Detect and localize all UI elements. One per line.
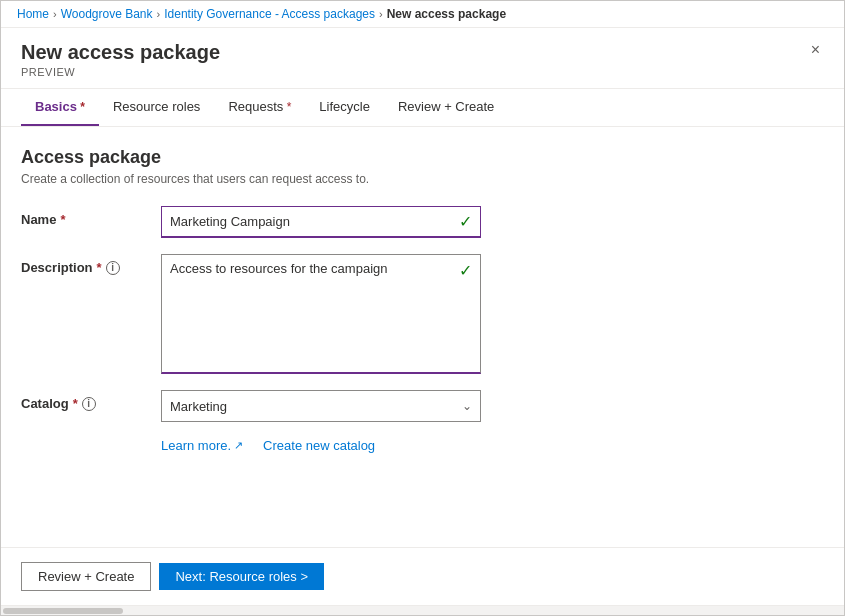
- catalog-chevron-icon: ⌄: [462, 399, 472, 413]
- tab-lifecycle[interactable]: Lifecycle: [305, 89, 384, 126]
- breadcrumb-home[interactable]: Home: [17, 7, 49, 21]
- tab-basics-asterisk: *: [77, 100, 85, 114]
- section-description: Create a collection of resources that us…: [21, 172, 824, 186]
- name-check-icon: ✓: [459, 212, 472, 231]
- catalog-select[interactable]: Marketing General IT HR: [170, 399, 462, 414]
- breadcrumb: Home › Woodgrove Bank › Identity Governa…: [1, 1, 844, 28]
- breadcrumb-woodgrove[interactable]: Woodgrove Bank: [61, 7, 153, 21]
- breadcrumb-sep-3: ›: [379, 8, 383, 20]
- panel-subtitle: PREVIEW: [21, 66, 220, 78]
- breadcrumb-current: New access package: [387, 7, 506, 21]
- name-field-wrapper: ✓: [161, 206, 481, 238]
- page-title: New access package: [21, 40, 220, 64]
- tab-basics[interactable]: Basics *: [21, 89, 99, 126]
- description-label: Description * i: [21, 254, 141, 275]
- description-required-star: *: [97, 260, 102, 275]
- breadcrumb-sep-2: ›: [157, 8, 161, 20]
- scrollbar-container: [1, 605, 844, 615]
- next-resource-roles-button[interactable]: Next: Resource roles >: [159, 563, 324, 590]
- external-link-icon: ↗: [234, 439, 243, 452]
- breadcrumb-identity-gov[interactable]: Identity Governance - Access packages: [164, 7, 375, 21]
- description-info-icon[interactable]: i: [106, 261, 120, 275]
- name-input[interactable]: [170, 214, 459, 229]
- name-row: Name * ✓: [21, 206, 824, 238]
- catalog-select-box[interactable]: Marketing General IT HR ⌄: [161, 390, 481, 422]
- description-textarea[interactable]: Access to resources for the campaign: [170, 261, 459, 368]
- section-title: Access package: [21, 147, 824, 168]
- catalog-required-star: *: [73, 396, 78, 411]
- breadcrumb-sep-1: ›: [53, 8, 57, 20]
- footer: Review + Create Next: Resource roles >: [1, 547, 844, 605]
- tab-requests-asterisk: *: [283, 100, 291, 114]
- review-create-button[interactable]: Review + Create: [21, 562, 151, 591]
- description-textarea-box: Access to resources for the campaign ✓: [161, 254, 481, 374]
- name-required-star: *: [60, 212, 65, 227]
- catalog-info-icon[interactable]: i: [82, 397, 96, 411]
- close-button[interactable]: ×: [807, 40, 824, 60]
- description-row: Description * i Access to resources for …: [21, 254, 824, 374]
- main-content: Access package Create a collection of re…: [1, 127, 844, 547]
- catalog-row: Catalog * i Marketing General IT HR ⌄: [21, 390, 824, 422]
- panel-header: New access package PREVIEW ×: [1, 28, 844, 89]
- catalog-field-wrapper: Marketing General IT HR ⌄: [161, 390, 481, 422]
- tabs-bar: Basics * Resource roles Requests * Lifec…: [1, 89, 844, 127]
- catalog-label: Catalog * i: [21, 390, 141, 411]
- scrollbar-thumb[interactable]: [3, 608, 123, 614]
- tab-review-create[interactable]: Review + Create: [384, 89, 508, 126]
- name-label: Name *: [21, 206, 141, 227]
- links-row: Learn more. ↗ Create new catalog: [161, 438, 824, 453]
- learn-more-link[interactable]: Learn more. ↗: [161, 438, 243, 453]
- name-input-box: ✓: [161, 206, 481, 238]
- tab-resource-roles[interactable]: Resource roles: [99, 89, 214, 126]
- tab-requests[interactable]: Requests *: [214, 89, 305, 126]
- create-catalog-link[interactable]: Create new catalog: [263, 438, 375, 453]
- description-check-icon: ✓: [459, 261, 472, 280]
- description-field-wrapper: Access to resources for the campaign ✓: [161, 254, 481, 374]
